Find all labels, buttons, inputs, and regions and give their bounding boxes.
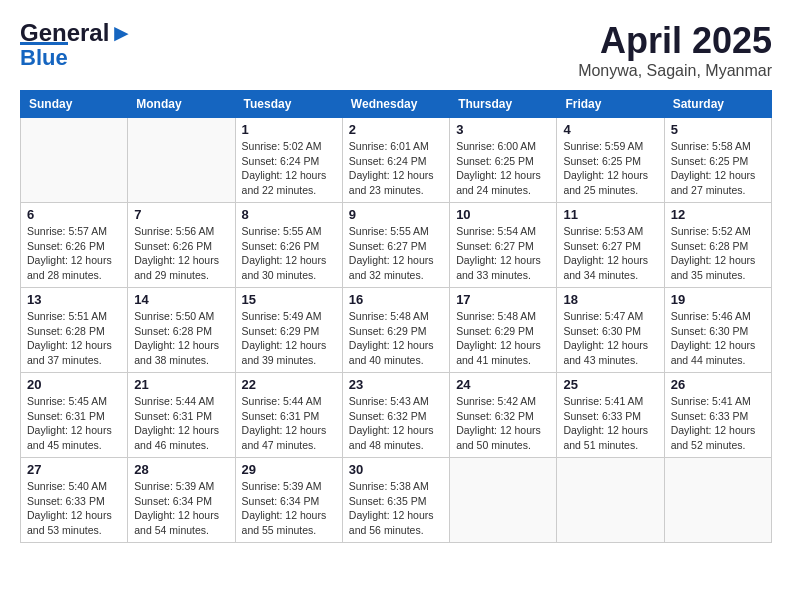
day-number: 21 xyxy=(134,377,228,392)
day-number: 27 xyxy=(27,462,121,477)
day-info: Sunrise: 5:52 AMSunset: 6:28 PMDaylight:… xyxy=(671,224,765,283)
day-info: Sunrise: 5:44 AMSunset: 6:31 PMDaylight:… xyxy=(134,394,228,453)
table-row: 9Sunrise: 5:55 AMSunset: 6:27 PMDaylight… xyxy=(342,203,449,288)
day-info: Sunrise: 5:42 AMSunset: 6:32 PMDaylight:… xyxy=(456,394,550,453)
calendar-week-row: 6Sunrise: 5:57 AMSunset: 6:26 PMDaylight… xyxy=(21,203,772,288)
header-wednesday: Wednesday xyxy=(342,91,449,118)
table-row xyxy=(557,458,664,543)
table-row: 17Sunrise: 5:48 AMSunset: 6:29 PMDayligh… xyxy=(450,288,557,373)
calendar-table: Sunday Monday Tuesday Wednesday Thursday… xyxy=(20,90,772,543)
day-info: Sunrise: 5:53 AMSunset: 6:27 PMDaylight:… xyxy=(563,224,657,283)
day-number: 5 xyxy=(671,122,765,137)
day-number: 2 xyxy=(349,122,443,137)
table-row: 21Sunrise: 5:44 AMSunset: 6:31 PMDayligh… xyxy=(128,373,235,458)
table-row: 12Sunrise: 5:52 AMSunset: 6:28 PMDayligh… xyxy=(664,203,771,288)
table-row: 25Sunrise: 5:41 AMSunset: 6:33 PMDayligh… xyxy=(557,373,664,458)
table-row: 5Sunrise: 5:58 AMSunset: 6:25 PMDaylight… xyxy=(664,118,771,203)
day-info: Sunrise: 5:55 AMSunset: 6:26 PMDaylight:… xyxy=(242,224,336,283)
day-info: Sunrise: 5:49 AMSunset: 6:29 PMDaylight:… xyxy=(242,309,336,368)
day-number: 30 xyxy=(349,462,443,477)
table-row: 3Sunrise: 6:00 AMSunset: 6:25 PMDaylight… xyxy=(450,118,557,203)
day-number: 15 xyxy=(242,292,336,307)
logo: General► Blue xyxy=(20,20,133,71)
day-info: Sunrise: 5:56 AMSunset: 6:26 PMDaylight:… xyxy=(134,224,228,283)
calendar-week-row: 27Sunrise: 5:40 AMSunset: 6:33 PMDayligh… xyxy=(21,458,772,543)
table-row xyxy=(128,118,235,203)
day-info: Sunrise: 5:38 AMSunset: 6:35 PMDaylight:… xyxy=(349,479,443,538)
day-number: 10 xyxy=(456,207,550,222)
table-row: 16Sunrise: 5:48 AMSunset: 6:29 PMDayligh… xyxy=(342,288,449,373)
table-row: 28Sunrise: 5:39 AMSunset: 6:34 PMDayligh… xyxy=(128,458,235,543)
day-info: Sunrise: 5:44 AMSunset: 6:31 PMDaylight:… xyxy=(242,394,336,453)
header-monday: Monday xyxy=(128,91,235,118)
day-number: 7 xyxy=(134,207,228,222)
page-header: General► Blue April 2025 Monywa, Sagain,… xyxy=(20,20,772,80)
day-number: 22 xyxy=(242,377,336,392)
day-number: 12 xyxy=(671,207,765,222)
table-row: 15Sunrise: 5:49 AMSunset: 6:29 PMDayligh… xyxy=(235,288,342,373)
table-row: 13Sunrise: 5:51 AMSunset: 6:28 PMDayligh… xyxy=(21,288,128,373)
location-subtitle: Monywa, Sagain, Myanmar xyxy=(578,62,772,80)
calendar-week-row: 20Sunrise: 5:45 AMSunset: 6:31 PMDayligh… xyxy=(21,373,772,458)
table-row: 27Sunrise: 5:40 AMSunset: 6:33 PMDayligh… xyxy=(21,458,128,543)
calendar-header-row: Sunday Monday Tuesday Wednesday Thursday… xyxy=(21,91,772,118)
table-row: 23Sunrise: 5:43 AMSunset: 6:32 PMDayligh… xyxy=(342,373,449,458)
day-number: 13 xyxy=(27,292,121,307)
title-area: April 2025 Monywa, Sagain, Myanmar xyxy=(578,20,772,80)
table-row: 1Sunrise: 5:02 AMSunset: 6:24 PMDaylight… xyxy=(235,118,342,203)
day-number: 28 xyxy=(134,462,228,477)
table-row: 4Sunrise: 5:59 AMSunset: 6:25 PMDaylight… xyxy=(557,118,664,203)
day-info: Sunrise: 5:39 AMSunset: 6:34 PMDaylight:… xyxy=(134,479,228,538)
day-number: 8 xyxy=(242,207,336,222)
table-row: 22Sunrise: 5:44 AMSunset: 6:31 PMDayligh… xyxy=(235,373,342,458)
day-number: 1 xyxy=(242,122,336,137)
day-info: Sunrise: 5:57 AMSunset: 6:26 PMDaylight:… xyxy=(27,224,121,283)
day-info: Sunrise: 5:59 AMSunset: 6:25 PMDaylight:… xyxy=(563,139,657,198)
table-row xyxy=(664,458,771,543)
day-number: 24 xyxy=(456,377,550,392)
header-sunday: Sunday xyxy=(21,91,128,118)
table-row: 2Sunrise: 6:01 AMSunset: 6:24 PMDaylight… xyxy=(342,118,449,203)
day-number: 23 xyxy=(349,377,443,392)
day-number: 17 xyxy=(456,292,550,307)
table-row: 19Sunrise: 5:46 AMSunset: 6:30 PMDayligh… xyxy=(664,288,771,373)
header-tuesday: Tuesday xyxy=(235,91,342,118)
day-info: Sunrise: 5:43 AMSunset: 6:32 PMDaylight:… xyxy=(349,394,443,453)
day-number: 14 xyxy=(134,292,228,307)
table-row: 10Sunrise: 5:54 AMSunset: 6:27 PMDayligh… xyxy=(450,203,557,288)
day-info: Sunrise: 5:46 AMSunset: 6:30 PMDaylight:… xyxy=(671,309,765,368)
day-info: Sunrise: 5:58 AMSunset: 6:25 PMDaylight:… xyxy=(671,139,765,198)
table-row: 24Sunrise: 5:42 AMSunset: 6:32 PMDayligh… xyxy=(450,373,557,458)
table-row: 7Sunrise: 5:56 AMSunset: 6:26 PMDaylight… xyxy=(128,203,235,288)
day-number: 29 xyxy=(242,462,336,477)
day-number: 26 xyxy=(671,377,765,392)
table-row: 6Sunrise: 5:57 AMSunset: 6:26 PMDaylight… xyxy=(21,203,128,288)
table-row: 8Sunrise: 5:55 AMSunset: 6:26 PMDaylight… xyxy=(235,203,342,288)
table-row xyxy=(21,118,128,203)
header-friday: Friday xyxy=(557,91,664,118)
table-row xyxy=(450,458,557,543)
logo-subtext: Blue xyxy=(20,42,68,71)
header-thursday: Thursday xyxy=(450,91,557,118)
day-number: 6 xyxy=(27,207,121,222)
day-info: Sunrise: 5:48 AMSunset: 6:29 PMDaylight:… xyxy=(349,309,443,368)
day-info: Sunrise: 5:39 AMSunset: 6:34 PMDaylight:… xyxy=(242,479,336,538)
day-info: Sunrise: 5:48 AMSunset: 6:29 PMDaylight:… xyxy=(456,309,550,368)
day-info: Sunrise: 5:45 AMSunset: 6:31 PMDaylight:… xyxy=(27,394,121,453)
day-number: 4 xyxy=(563,122,657,137)
table-row: 29Sunrise: 5:39 AMSunset: 6:34 PMDayligh… xyxy=(235,458,342,543)
table-row: 26Sunrise: 5:41 AMSunset: 6:33 PMDayligh… xyxy=(664,373,771,458)
day-info: Sunrise: 5:40 AMSunset: 6:33 PMDaylight:… xyxy=(27,479,121,538)
day-number: 16 xyxy=(349,292,443,307)
day-number: 25 xyxy=(563,377,657,392)
table-row: 20Sunrise: 5:45 AMSunset: 6:31 PMDayligh… xyxy=(21,373,128,458)
month-title: April 2025 xyxy=(578,20,772,62)
day-info: Sunrise: 5:50 AMSunset: 6:28 PMDaylight:… xyxy=(134,309,228,368)
day-number: 18 xyxy=(563,292,657,307)
day-number: 9 xyxy=(349,207,443,222)
day-info: Sunrise: 5:55 AMSunset: 6:27 PMDaylight:… xyxy=(349,224,443,283)
table-row: 30Sunrise: 5:38 AMSunset: 6:35 PMDayligh… xyxy=(342,458,449,543)
day-info: Sunrise: 5:51 AMSunset: 6:28 PMDaylight:… xyxy=(27,309,121,368)
day-number: 19 xyxy=(671,292,765,307)
day-info: Sunrise: 5:47 AMSunset: 6:30 PMDaylight:… xyxy=(563,309,657,368)
